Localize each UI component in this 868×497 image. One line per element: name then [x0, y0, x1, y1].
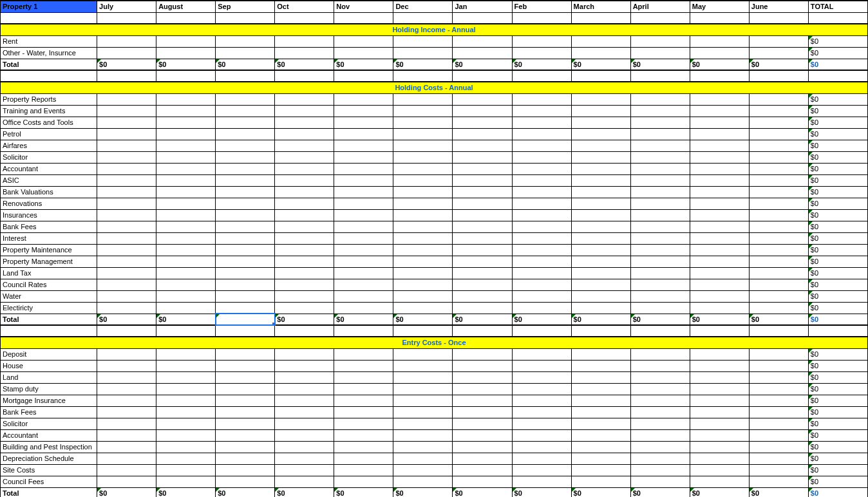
- data-cell[interactable]: [334, 151, 393, 163]
- row-label[interactable]: Rent: [1, 35, 97, 47]
- data-cell[interactable]: [334, 198, 393, 209]
- data-cell[interactable]: [630, 279, 690, 290]
- data-cell[interactable]: [690, 174, 749, 186]
- data-cell[interactable]: [393, 429, 453, 441]
- data-cell[interactable]: [690, 360, 749, 371]
- data-cell[interactable]: [571, 406, 630, 418]
- total-month-cell[interactable]: $0: [156, 59, 216, 70]
- data-cell[interactable]: [571, 128, 630, 140]
- total-month-cell[interactable]: [216, 314, 275, 325]
- data-cell[interactable]: [630, 348, 690, 360]
- data-cell[interactable]: [690, 279, 749, 290]
- data-cell[interactable]: [690, 267, 749, 279]
- data-cell[interactable]: [334, 441, 393, 453]
- data-cell[interactable]: [275, 383, 334, 395]
- total-month-cell[interactable]: $0: [571, 487, 630, 497]
- data-cell[interactable]: [156, 151, 216, 163]
- spacer-cell[interactable]: [334, 12, 393, 24]
- data-cell[interactable]: [749, 267, 808, 279]
- data-cell[interactable]: [453, 441, 512, 453]
- data-cell[interactable]: [749, 429, 808, 441]
- spacer-cell[interactable]: [275, 70, 334, 82]
- data-cell[interactable]: [571, 93, 630, 105]
- total-month-cell[interactable]: $0: [453, 59, 512, 70]
- data-cell[interactable]: [512, 302, 571, 314]
- data-cell[interactable]: [156, 348, 216, 360]
- spacer-cell[interactable]: [808, 70, 867, 82]
- data-cell[interactable]: [393, 93, 453, 105]
- data-cell[interactable]: [690, 186, 749, 198]
- data-cell[interactable]: [156, 267, 216, 279]
- data-cell[interactable]: [216, 209, 275, 221]
- data-cell[interactable]: [216, 464, 275, 476]
- data-cell[interactable]: [630, 453, 690, 464]
- data-cell[interactable]: [334, 221, 393, 232]
- data-cell[interactable]: [571, 232, 630, 244]
- data-cell[interactable]: [630, 209, 690, 221]
- data-cell[interactable]: [749, 186, 808, 198]
- data-cell[interactable]: [216, 232, 275, 244]
- data-cell[interactable]: [97, 279, 156, 290]
- data-cell[interactable]: [393, 464, 453, 476]
- data-cell[interactable]: [97, 232, 156, 244]
- data-cell[interactable]: [393, 140, 453, 151]
- data-cell[interactable]: [690, 35, 749, 47]
- data-cell[interactable]: [690, 140, 749, 151]
- total-month-cell[interactable]: $0: [156, 487, 216, 497]
- data-cell[interactable]: [630, 244, 690, 256]
- data-cell[interactable]: [690, 418, 749, 429]
- data-cell[interactable]: [393, 35, 453, 47]
- row-label[interactable]: Airfares: [1, 140, 97, 151]
- data-cell[interactable]: [690, 395, 749, 406]
- data-cell[interactable]: [156, 429, 216, 441]
- data-cell[interactable]: [275, 35, 334, 47]
- data-cell[interactable]: [97, 128, 156, 140]
- total-month-cell[interactable]: $0: [512, 487, 571, 497]
- data-cell[interactable]: [275, 441, 334, 453]
- data-cell[interactable]: [275, 117, 334, 128]
- row-label[interactable]: Solicitor: [1, 151, 97, 163]
- data-cell[interactable]: [275, 244, 334, 256]
- data-cell[interactable]: [571, 117, 630, 128]
- data-cell[interactable]: [156, 383, 216, 395]
- data-cell[interactable]: [512, 47, 571, 59]
- spacer-cell[interactable]: [630, 70, 690, 82]
- month-header-july[interactable]: July: [97, 1, 156, 12]
- row-label[interactable]: Renovations: [1, 198, 97, 209]
- data-cell[interactable]: [156, 360, 216, 371]
- data-cell[interactable]: [334, 279, 393, 290]
- spacer-cell[interactable]: [393, 12, 453, 24]
- data-cell[interactable]: [393, 302, 453, 314]
- data-cell[interactable]: [97, 267, 156, 279]
- data-cell[interactable]: [453, 395, 512, 406]
- data-cell[interactable]: [453, 209, 512, 221]
- data-cell[interactable]: [512, 267, 571, 279]
- data-cell[interactable]: [334, 476, 393, 487]
- data-cell[interactable]: [156, 395, 216, 406]
- spacer-cell[interactable]: [275, 325, 334, 337]
- data-cell[interactable]: [630, 151, 690, 163]
- data-cell[interactable]: [97, 35, 156, 47]
- data-cell[interactable]: [749, 476, 808, 487]
- data-cell[interactable]: [512, 279, 571, 290]
- data-cell[interactable]: [690, 476, 749, 487]
- month-header-june[interactable]: June: [749, 1, 808, 12]
- data-cell[interactable]: [749, 209, 808, 221]
- row-label[interactable]: Property Management: [1, 256, 97, 267]
- total-month-cell[interactable]: $0: [275, 487, 334, 497]
- data-cell[interactable]: [690, 232, 749, 244]
- data-cell[interactable]: [453, 453, 512, 464]
- data-cell[interactable]: [393, 290, 453, 302]
- total-month-cell[interactable]: $0: [749, 487, 808, 497]
- spacer-cell[interactable]: [808, 325, 867, 337]
- spacer-cell[interactable]: [216, 325, 275, 337]
- spacer-cell[interactable]: [512, 325, 571, 337]
- total-month-cell[interactable]: $0: [571, 59, 630, 70]
- data-cell[interactable]: [216, 151, 275, 163]
- data-cell[interactable]: [749, 93, 808, 105]
- data-cell[interactable]: [275, 418, 334, 429]
- data-cell[interactable]: [749, 128, 808, 140]
- row-total[interactable]: $0: [808, 406, 867, 418]
- row-label[interactable]: Property Maintenance: [1, 244, 97, 256]
- data-cell[interactable]: [453, 221, 512, 232]
